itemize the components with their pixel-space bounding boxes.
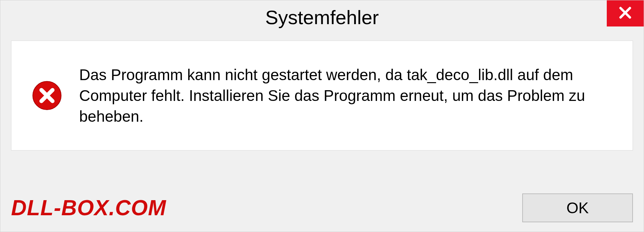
error-dialog: Systemfehler Das Programm kann nicht ges… — [0, 0, 644, 232]
close-button[interactable] — [607, 0, 644, 26]
ok-button[interactable]: OK — [522, 193, 633, 222]
titlebar: Systemfehler — [0, 0, 644, 34]
error-message: Das Programm kann nicht gestartet werden… — [79, 64, 612, 127]
content-panel: Das Programm kann nicht gestartet werden… — [11, 41, 633, 151]
dialog-title: Systemfehler — [265, 6, 379, 28]
close-icon — [618, 6, 632, 21]
watermark-text: DLL-BOX.COM — [11, 195, 166, 220]
error-icon — [32, 80, 62, 111]
footer: DLL-BOX.COM OK — [11, 193, 633, 222]
